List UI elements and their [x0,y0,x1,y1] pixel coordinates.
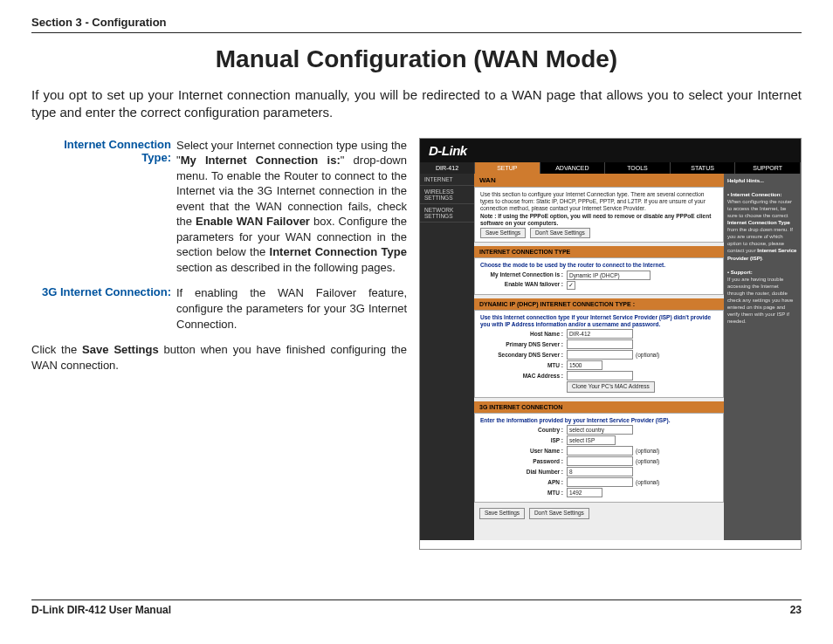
sidebar-internet[interactable]: INTERNET [420,174,474,186]
tab-support[interactable]: SUPPORT [735,162,801,174]
3g-user-input[interactable] [567,446,633,456]
descriptions-column: Internet Connection Type: Select your In… [31,138,407,550]
section-header: Section 3 - Configuration [31,16,802,33]
save-button-bottom[interactable]: Save Settings [479,508,525,518]
wan-desc-box: Use this section to configure your Inter… [474,187,724,243]
tab-advanced[interactable]: ADVANCED [540,162,606,174]
intro-text: If you opt to set up your Internet conne… [31,86,802,122]
router-screenshot: D-Link DIR-412 SETUP ADVANCED TOOLS STAT… [419,138,802,550]
country-select[interactable]: select country [567,425,633,435]
3g-apn-input[interactable] [567,477,633,487]
3g-dial-input[interactable]: 8 [567,467,633,476]
clone-mac-button[interactable]: Clone Your PC's MAC Address [567,381,655,392]
footer-left: D-Link DIR-412 User Manual [31,604,171,616]
dhcp-title: DYNAMIC IP (DHCP) INTERNET CONNECTION TY… [474,298,724,310]
brand-logo: D-Link [420,139,801,162]
closing-text: Click the Save Settings button when you … [31,342,407,373]
dont-save-button[interactable]: Don't Save Settings [530,228,590,238]
mtu-input[interactable]: 1500 [567,360,602,370]
3g-pass-input[interactable] [567,456,633,466]
tab-tools[interactable]: TOOLS [605,162,671,174]
wan-failover-checkbox[interactable]: ✓ [567,281,575,290]
primary-dns-input[interactable] [567,339,633,349]
def-text-ict: Select your Internet connection type usi… [176,138,407,276]
bottom-buttons: Save Settings Don't Save Settings [474,506,724,522]
save-button[interactable]: Save Settings [480,228,526,238]
footer-page: 23 [790,604,802,616]
dont-save-button-bottom[interactable]: Don't Save Settings [529,508,589,518]
hints-panel: Helpful Hints... • Internet Connection: … [724,174,801,540]
page-footer: D-Link DIR-412 User Manual 23 [31,599,802,616]
def-label-3g: 3G Internet Connection: [31,285,176,332]
def-text-3g: If enabling the WAN Failover feature, co… [176,285,407,332]
dhcp-box: Use this Internet connection type if you… [474,310,724,398]
ict-box: Choose the mode to be used by the router… [474,257,724,294]
3g-box: Enter the information provided by your I… [474,413,724,503]
main-panel: WAN Use this section to configure your I… [474,174,724,540]
sidebar-network[interactable]: NETWORK SETTINGS [420,204,474,223]
wan-title: WAN [474,174,724,187]
page-title: Manual Configuration (WAN Mode) [31,45,802,73]
sidebar-wireless[interactable]: WIRELESS SETTINGS [420,186,474,204]
secondary-dns-input[interactable] [567,350,633,360]
connection-type-select[interactable]: Dynamic IP (DHCP) [567,271,651,280]
tab-setup[interactable]: SETUP [475,162,540,174]
isp-select[interactable]: select ISP [567,435,616,445]
ict-title: INTERNET CONNECTION TYPE [474,246,724,257]
product-badge: DIR-412 [420,162,475,174]
3g-mtu-input[interactable]: 1492 [567,488,602,497]
def-label-ict: Internet Connection Type: [31,138,176,276]
side-nav: INTERNET WIRELESS SETTINGS NETWORK SETTI… [420,174,474,540]
top-tabs: DIR-412 SETUP ADVANCED TOOLS STATUS SUPP… [420,162,801,174]
mac-input[interactable] [567,371,633,380]
host-name-input[interactable]: DIR-412 [567,329,633,339]
3g-title: 3G INTERNET CONNECTION [474,401,724,413]
tab-status[interactable]: STATUS [671,162,736,174]
